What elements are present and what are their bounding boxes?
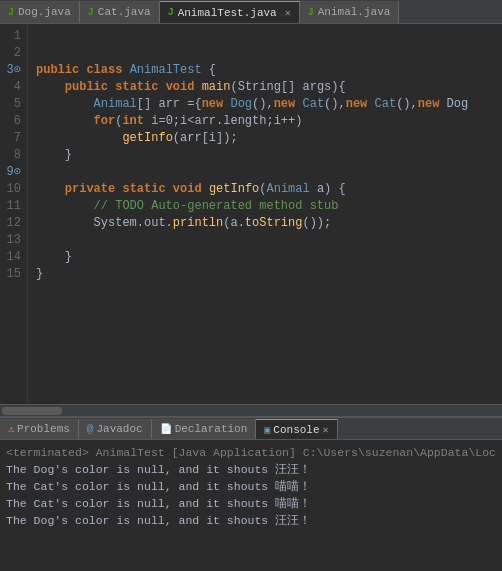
console-line: The Cat's color is null, and it shouts 喵…: [6, 495, 496, 512]
line-num: 11: [4, 198, 21, 215]
line-num: 2: [4, 45, 21, 62]
tab-console-label: Console: [273, 424, 319, 436]
warning-icon: ⚠: [8, 423, 14, 435]
declaration-icon: 📄: [160, 423, 172, 435]
at-icon: @: [87, 423, 94, 435]
console-output: <terminated> AnimalTest [Java Applicatio…: [0, 440, 502, 571]
tab-problems-label: Problems: [17, 423, 70, 435]
line-num: 4: [4, 79, 21, 96]
line-num: 1: [4, 28, 21, 45]
tab-console[interactable]: ▣ Console ✕: [256, 419, 337, 439]
console-line: The Cat's color is null, and it shouts 喵…: [6, 478, 496, 495]
tab-dog-label: Dog.java: [18, 6, 71, 18]
bottom-tab-bar: ⚠ Problems @ Javadoc 📄 Declaration ▣ Con…: [0, 418, 502, 440]
line-num: 7: [4, 130, 21, 147]
console-line-terminated: <terminated> AnimalTest [Java Applicatio…: [6, 444, 496, 461]
java-icon: J: [308, 7, 314, 18]
line-num-bp: 9⊙: [4, 164, 21, 181]
line-num-bp: 3⊙: [4, 62, 21, 79]
tab-animal[interactable]: J Animal.java: [300, 1, 400, 23]
tab-animal-label: Animal.java: [318, 6, 391, 18]
line-num: 15: [4, 266, 21, 283]
console-close-icon[interactable]: ✕: [323, 424, 329, 436]
java-icon: J: [168, 7, 174, 18]
console-line: The Dog's color is null, and it shouts 汪…: [6, 512, 496, 529]
line-num: 5: [4, 96, 21, 113]
code-area[interactable]: public class AnimalTest { public static …: [28, 24, 502, 404]
line-num: ▶10: [4, 181, 21, 198]
tab-animaltest-label: AnimalTest.java: [178, 7, 277, 19]
tab-javadoc[interactable]: @ Javadoc: [79, 419, 152, 439]
line-num: 6: [4, 113, 21, 130]
console-icon: ▣: [264, 424, 270, 436]
tab-dog[interactable]: J Dog.java: [0, 1, 80, 23]
tab-cat-label: Cat.java: [98, 6, 151, 18]
scroll-thumb[interactable]: [2, 407, 62, 415]
tab-cat[interactable]: J Cat.java: [80, 1, 160, 23]
bottom-panel: ⚠ Problems @ Javadoc 📄 Declaration ▣ Con…: [0, 416, 502, 571]
line-num: 8: [4, 147, 21, 164]
line-num: 14: [4, 249, 21, 266]
code-editor: 1 2 3⊙ 4 5 6 7 8 9⊙ ▶10 11 12 13 14 15 p…: [0, 24, 502, 404]
tab-problems[interactable]: ⚠ Problems: [0, 419, 79, 439]
tab-animaltest[interactable]: J AnimalTest.java ✕: [160, 1, 300, 23]
horizontal-scrollbar[interactable]: [0, 404, 502, 416]
console-line: The Dog's color is null, and it shouts 汪…: [6, 461, 496, 478]
tab-close-icon[interactable]: ✕: [285, 7, 291, 19]
line-numbers: 1 2 3⊙ 4 5 6 7 8 9⊙ ▶10 11 12 13 14 15: [0, 24, 28, 404]
java-icon: J: [8, 7, 14, 18]
tab-declaration-label: Declaration: [175, 423, 248, 435]
line-num: 12: [4, 215, 21, 232]
tab-javadoc-label: Javadoc: [96, 423, 142, 435]
line-num: 13: [4, 232, 21, 249]
java-icon: J: [88, 7, 94, 18]
tab-declaration[interactable]: 📄 Declaration: [152, 419, 257, 439]
editor-tab-bar: J Dog.java J Cat.java J AnimalTest.java …: [0, 0, 502, 24]
